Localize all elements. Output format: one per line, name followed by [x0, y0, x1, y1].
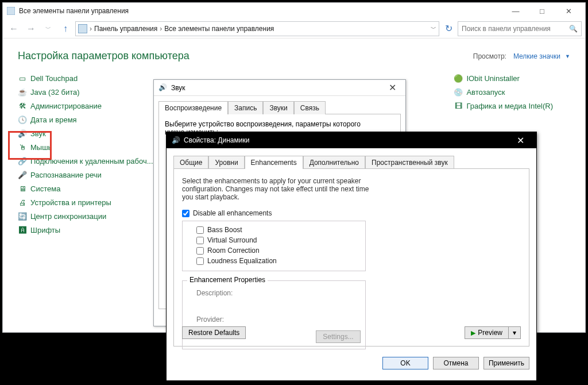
enhancements-list: Bass BoostVirtual SurroundRoom Correctio… [182, 221, 366, 271]
nav-history-icon[interactable]: ﹀ [41, 21, 56, 36]
preview-button[interactable]: ▶ Preview [465, 326, 508, 339]
preview-dropdown-button[interactable]: ▾ [508, 326, 521, 339]
cp-item-sync[interactable]: 🔄Центр синхронизации [18, 209, 153, 223]
apply-button[interactable]: Применить [483, 357, 529, 369]
cp-item-java[interactable]: ☕Java (32 бита) [18, 85, 153, 99]
enhancement-option-0[interactable]: Bass Boost [196, 225, 359, 235]
enhancement-checkbox[interactable] [196, 247, 204, 255]
play-icon: ▶ [471, 329, 475, 337]
svg-rect-0 [7, 7, 15, 15]
cp-item-label: Автозапуск [466, 88, 505, 97]
nav-up-icon[interactable]: ↑ [58, 21, 73, 36]
close-icon[interactable]: ✕ [509, 135, 532, 146]
props-title: Свойства: Динамики [184, 136, 249, 144]
refresh-icon[interactable]: ↻ [442, 22, 455, 36]
search-icon[interactable]: 🔍 [569, 25, 578, 33]
view-label: Просмотр: [473, 52, 506, 60]
cp-item-devices[interactable]: 🖨Устройства и принтеры [18, 195, 153, 209]
enhancement-option-1[interactable]: Virtual Surround [196, 235, 359, 245]
props-tabs: ОбщиеУровниEnhancementsДополнительноПрос… [173, 155, 529, 168]
nav-back-icon[interactable]: ← [6, 21, 21, 36]
props-tab-общие[interactable]: Общие [173, 156, 208, 169]
enhancement-checkbox[interactable] [196, 237, 204, 244]
enhancement-properties-label: Enhancement Properties [187, 276, 268, 284]
enhancement-option-3[interactable]: Loudness Equalization [196, 256, 359, 266]
enhancement-option-2[interactable]: Room Correction [196, 245, 359, 256]
cp-item-label: Центр синхронизации [30, 212, 106, 221]
restore-defaults-button[interactable]: Restore Defaults [182, 326, 246, 339]
cp-item-iobit[interactable]: 🟢IObit Uninstaller [454, 71, 553, 85]
cp-item-datetime[interactable]: 🕓Дата и время [18, 113, 153, 126]
enhancement-option-label: Bass Boost [207, 226, 242, 234]
cp-item-autorun[interactable]: 💿Автозапуск [454, 85, 553, 99]
cp-item-label: Звук [30, 129, 46, 138]
props-tab-уровни[interactable]: Уровни [208, 156, 244, 169]
view-value: Мелкие значки [513, 52, 560, 60]
page-title: Настройка параметров компьютера [18, 50, 189, 62]
ok-button[interactable]: OK [382, 357, 428, 369]
props-titlebar: 🔊 Свойства: Динамики ✕ [167, 132, 536, 148]
dell-touchpad-icon: ▭ [18, 74, 27, 83]
content-area: ▭Dell Touchpad☕Java (32 бита)🛠Администри… [3, 66, 585, 77]
sound-tab-3[interactable]: Связь [294, 101, 326, 114]
crumb-0[interactable]: Панель управления [94, 25, 157, 33]
cp-item-label: Дата и время [30, 116, 77, 124]
props-tab-дополнительно[interactable]: Дополнительно [303, 156, 365, 169]
chevron-down-icon[interactable]: ﹀ [431, 25, 436, 33]
chevron-down-icon: ▼ [565, 53, 570, 59]
props-tab-enhancements[interactable]: Enhancements [245, 156, 303, 169]
mouse-icon: 🖱 [18, 143, 27, 152]
nav-toolbar: ← → ﹀ ↑ › Панель управления › Все элемен… [3, 19, 585, 38]
cp-item-label: IObit Uninstaller [466, 74, 519, 83]
view-mode[interactable]: Просмотр: Мелкие значки ▼ [473, 52, 570, 60]
cp-item-rdp[interactable]: 🔗Подключения к удаленным рабоч... [18, 154, 153, 168]
chevron-right-icon: › [90, 25, 92, 33]
cp-item-label: Администрирование [30, 102, 102, 110]
nav-forward-icon[interactable]: → [24, 21, 38, 36]
cancel-button[interactable]: Отмена [433, 357, 479, 369]
enhancement-properties-group: Enhancement Properties Description: Prov… [182, 280, 366, 349]
speaker-icon: 🔊 [158, 83, 168, 93]
sound-dialog-title-text: Звук [171, 84, 185, 92]
props-dialog-buttons: OK Отмена Применить [167, 353, 536, 375]
sound-tab-1[interactable]: Запись [228, 101, 263, 114]
cp-item-mouse[interactable]: 🖱Мышь [18, 140, 153, 154]
enhancement-checkbox[interactable] [196, 226, 204, 234]
minimize-button[interactable]: ― [502, 3, 529, 19]
cp-item-sound[interactable]: 🔊Звук [18, 126, 153, 140]
sound-tabs: ВоспроизведениеЗаписьЗвукиСвязь [158, 101, 401, 114]
search-input[interactable]: Поиск в панели управления 🔍 [458, 21, 582, 36]
sound-tab-2[interactable]: Звуки [263, 101, 293, 114]
cp-item-label: Мышь [30, 143, 52, 152]
control-panel-icon [6, 6, 16, 16]
crumb-1[interactable]: Все элементы панели управления [164, 25, 274, 33]
close-icon[interactable]: ✕ [384, 82, 401, 93]
cp-item-label: Java (32 бита) [30, 88, 80, 97]
props-body: Select the enhancements to apply for you… [173, 168, 529, 346]
java-icon: ☕ [18, 87, 27, 97]
provider-label: Provider: [196, 315, 224, 324]
cp-item-fonts[interactable]: 🅰Шрифты [18, 223, 153, 237]
settings-button: Settings... [316, 330, 361, 343]
cp-item-label: Подключения к удаленным рабоч... [30, 157, 153, 165]
search-placeholder: Поиск в панели управления [462, 25, 551, 33]
intel-graphics-icon: 🎞 [454, 101, 463, 110]
datetime-icon: 🕓 [18, 115, 27, 124]
window-title: Все элементы панели управления [19, 7, 129, 15]
maximize-button[interactable]: □ [529, 3, 555, 19]
cp-item-intel-graphics[interactable]: 🎞Графика и медиа Intel(R) [454, 99, 553, 113]
disable-all-enhancements-checkbox[interactable]: Disable all enhancements [182, 208, 521, 218]
cp-item-dell-touchpad[interactable]: ▭Dell Touchpad [18, 71, 153, 85]
sound-tab-0[interactable]: Воспроизведение [158, 101, 228, 114]
cp-item-label: Графика и медиа Intel(R) [466, 102, 553, 110]
cp-item-speech[interactable]: 🎤Распознавание речи [18, 168, 153, 182]
description-label: Description: [196, 289, 233, 297]
breadcrumb[interactable]: › Панель управления › Все элементы панел… [75, 21, 439, 36]
props-tab-пространственный звук[interactable]: Пространственный звук [365, 156, 454, 169]
cp-item-label: Dell Touchpad [30, 74, 78, 83]
enhancement-checkbox[interactable] [196, 257, 204, 265]
disable-all-checkbox-input[interactable] [182, 210, 189, 217]
cp-item-admin[interactable]: 🛠Администрирование [18, 99, 153, 113]
close-button[interactable]: ✕ [555, 3, 582, 19]
cp-item-system[interactable]: 🖥Система [18, 182, 153, 195]
